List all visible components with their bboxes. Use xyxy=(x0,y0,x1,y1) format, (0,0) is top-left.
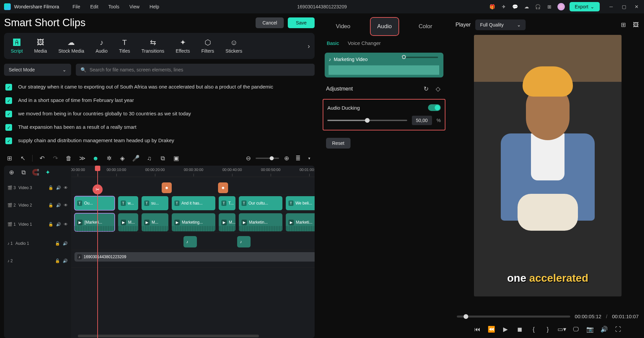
menu-file[interactable]: File xyxy=(72,4,80,9)
audio-clip-preview[interactable]: ♪ Marketing Video xyxy=(325,53,443,77)
checkbox-icon[interactable]: ✓ xyxy=(5,97,12,104)
magnet-icon[interactable]: 🧲 xyxy=(32,168,40,176)
select-tool-icon[interactable]: ⊞ xyxy=(5,154,13,162)
stop-icon[interactable]: ◼ xyxy=(516,325,524,333)
cloud-icon[interactable]: ☁ xyxy=(523,3,530,10)
eye-icon[interactable]: 👁 xyxy=(64,222,68,227)
track-video2[interactable]: TOu... Tw... Tsu... TAnd it has... TT...… xyxy=(71,194,315,212)
menu-view[interactable]: View xyxy=(129,4,140,9)
audio-clip[interactable]: ♪1690301443801223209 xyxy=(74,252,315,262)
tab-filters[interactable]: ⬡Filters xyxy=(197,36,219,56)
tab-audio[interactable]: ♪Audio xyxy=(91,36,112,56)
menu-help[interactable]: Help xyxy=(150,4,159,9)
track-video3[interactable]: ☻ ☻ xyxy=(71,177,315,194)
scrub-slider[interactable] xyxy=(457,316,570,318)
chevron-down-icon[interactable]: ▾ xyxy=(305,154,313,162)
minimize-icon[interactable]: ─ xyxy=(608,3,614,10)
track-label-video3[interactable]: 🎬 3Video 3🔓🔊👁 xyxy=(4,179,71,196)
video-clip[interactable]: ▶[Marketi... xyxy=(74,213,115,231)
add-track-icon[interactable]: ⊕ xyxy=(7,168,15,176)
lock-icon[interactable]: 🔓 xyxy=(48,222,53,227)
link-icon[interactable]: ⧉ xyxy=(19,168,28,176)
sticker-clip[interactable]: ☻ xyxy=(162,182,172,193)
text-clip[interactable]: Tw... xyxy=(118,196,138,210)
timeline-scrollbar[interactable] xyxy=(71,335,311,337)
menu-tools[interactable]: Tools xyxy=(108,4,119,9)
music-list-icon[interactable]: ♫ xyxy=(145,154,153,162)
message-icon[interactable]: 💬 xyxy=(512,3,519,10)
script-line[interactable]: ✓And in a short space of time from Febru… xyxy=(5,97,313,104)
keyframe-icon[interactable]: ◇ xyxy=(434,85,442,93)
gift-icon[interactable]: 🎁 xyxy=(489,3,496,10)
image-view-icon[interactable]: 🖼 xyxy=(632,21,640,29)
delete-icon[interactable]: 🗑 xyxy=(65,154,73,162)
script-line[interactable]: ✓Our strategy when it came to exporting … xyxy=(5,83,313,91)
fullscreen-icon[interactable]: ⛶ xyxy=(614,325,622,333)
save-button[interactable]: Save xyxy=(288,17,315,28)
track-video1[interactable]: ▶[Marketi... ▶M... ▶M... ▶Marketing... ▶… xyxy=(71,212,315,233)
subtab-voice-changer[interactable]: Voice Changer xyxy=(348,40,381,46)
eye-icon[interactable]: 👁 xyxy=(64,203,68,208)
track-label-video1[interactable]: 🎬 1Video 1🔓🔊👁 xyxy=(4,214,71,235)
tab-video[interactable]: Video xyxy=(329,18,357,35)
audio-clip[interactable]: ♪ xyxy=(237,236,251,247)
reset-button[interactable]: Reset xyxy=(326,138,351,149)
ratio-icon[interactable]: ▭▾ xyxy=(558,325,566,333)
scissors-icon[interactable]: ✂ xyxy=(93,184,103,194)
text-clip[interactable]: TOur cultu... xyxy=(239,196,282,210)
step-back-icon[interactable]: ⏪ xyxy=(487,325,495,333)
track-label-audio2[interactable]: ♪ 2🔓🔊 xyxy=(4,252,71,270)
reset-icon[interactable]: ↻ xyxy=(422,85,430,93)
track-audio2[interactable]: ♪1690301443801223209 xyxy=(71,250,315,268)
mark-out-icon[interactable]: } xyxy=(544,325,552,333)
lock-icon[interactable]: 🔓 xyxy=(55,259,60,263)
volume-icon[interactable]: 🔊 xyxy=(56,185,61,190)
video-clip[interactable]: ▶M... xyxy=(219,213,235,231)
track-label-video2[interactable]: 🎬 2Video 2🔓🔊👁 xyxy=(4,196,71,214)
mic-icon[interactable]: 🎤 xyxy=(132,154,140,162)
monitor-icon[interactable]: 🖵 xyxy=(572,325,580,333)
tab-effects[interactable]: ✦Effects xyxy=(171,36,195,56)
snapshot-icon[interactable]: 📷 xyxy=(586,325,594,333)
playhead[interactable]: ✂ xyxy=(97,166,98,338)
sticker-clip[interactable]: ☻ xyxy=(218,182,228,193)
lock-icon[interactable]: 🔓 xyxy=(48,185,53,190)
close-icon[interactable]: ✕ xyxy=(633,3,640,10)
redo-icon[interactable]: ↷ xyxy=(51,154,59,162)
script-line[interactable]: ✓That expansion has been as a result of … xyxy=(5,123,313,131)
ducking-value[interactable]: 50,00 xyxy=(412,116,432,125)
bookmark-icon[interactable]: ◈ xyxy=(118,154,126,162)
video-clip[interactable]: ▶M... xyxy=(118,213,138,231)
auto-icon[interactable]: ✦ xyxy=(44,168,52,176)
eye-icon[interactable]: 👁 xyxy=(64,185,68,190)
text-clip[interactable]: TOu... xyxy=(74,196,115,210)
volume-icon[interactable]: 🔊 xyxy=(56,203,61,208)
zoom-in-icon[interactable]: ⊕ xyxy=(282,154,290,162)
text-clip[interactable]: Tsu... xyxy=(142,196,168,210)
lock-icon[interactable]: 🔓 xyxy=(55,241,60,246)
timeline-view-icon[interactable]: ≣ xyxy=(294,154,302,162)
zoom-out-icon[interactable]: ⊖ xyxy=(244,154,252,162)
tab-titles[interactable]: TTitles xyxy=(114,36,135,56)
text-clip[interactable]: TT... xyxy=(219,196,235,210)
text-clip[interactable]: TWe beli... xyxy=(286,196,315,210)
copy-icon[interactable]: ⧉ xyxy=(159,154,167,162)
menu-edit[interactable]: Edit xyxy=(90,4,98,9)
track-audio1[interactable]: ♪ ♪ xyxy=(71,233,315,250)
ai-avatar-icon[interactable]: ☻ xyxy=(92,154,100,162)
play-icon[interactable]: ▶ xyxy=(501,325,509,333)
timeline-ruler[interactable]: 00:00:00 00:00:10:00 00:00:20:00 00:00:3… xyxy=(71,166,315,177)
quality-select[interactable]: Full Quality ⌄ xyxy=(475,19,526,30)
zoom-slider[interactable] xyxy=(256,158,279,159)
lock-icon[interactable]: 🔓 xyxy=(48,203,53,208)
track-label-audio1[interactable]: ♪ 1Audio 1🔓🔊 xyxy=(4,235,71,252)
settings-gear-icon[interactable]: ✲ xyxy=(105,154,113,162)
tab-script[interactable]: 🅰Script xyxy=(6,36,28,56)
volume-icon[interactable]: 🔊 xyxy=(56,222,61,227)
checkbox-icon[interactable]: ✓ xyxy=(5,84,12,91)
volume-icon[interactable]: 🔊 xyxy=(600,325,608,333)
more-icon[interactable]: ≫ xyxy=(78,154,86,162)
script-line[interactable]: ✓supply chain and distribution managemen… xyxy=(5,137,313,144)
tabs-scroll-right[interactable]: › xyxy=(305,42,313,50)
checkbox-icon[interactable]: ✓ xyxy=(5,124,12,131)
